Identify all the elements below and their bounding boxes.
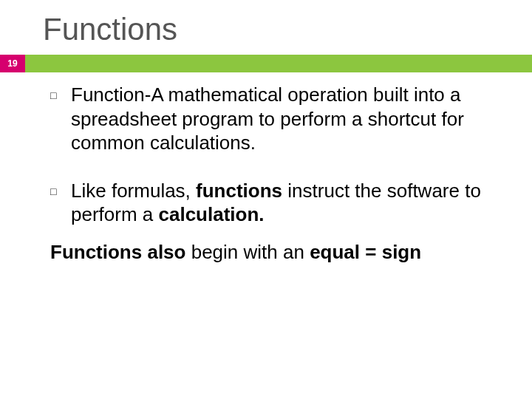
bullet-marker-icon bbox=[50, 83, 71, 155]
slide-title: Functions bbox=[0, 0, 532, 55]
bullet-marker-icon bbox=[50, 179, 71, 227]
bullet-text: Function-A mathematical operation built … bbox=[71, 83, 501, 155]
accent-bar: 19 bbox=[0, 55, 532, 72]
page-number-badge: 19 bbox=[0, 55, 25, 72]
slide-body: Function-A mathematical operation built … bbox=[0, 72, 532, 264]
footer-line: Functions also begin with an equal = sig… bbox=[50, 240, 501, 265]
slide: Functions 19 Function-A mathematical ope… bbox=[0, 0, 532, 399]
bullet-text: Like formulas, functions instruct the so… bbox=[71, 179, 501, 227]
bullet-item: Function-A mathematical operation built … bbox=[50, 83, 501, 155]
bullet-item: Like formulas, functions instruct the so… bbox=[50, 179, 501, 227]
